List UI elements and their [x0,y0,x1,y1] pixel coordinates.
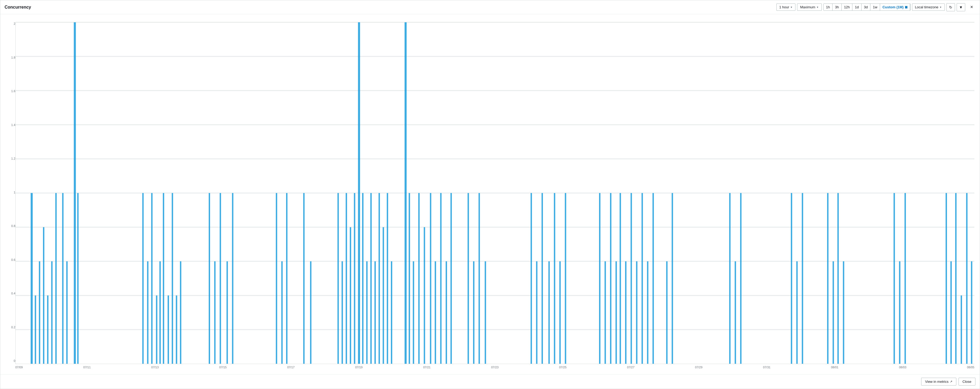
svg-rect-98 [843,261,844,364]
refresh-icon: ↻ [949,5,952,10]
time-range-3h[interactable]: 3h [832,4,842,11]
svg-rect-10 [30,193,33,364]
svg-rect-44 [350,227,351,364]
svg-rect-66 [473,261,474,364]
svg-rect-107 [971,261,972,364]
svg-rect-47 [362,193,363,364]
y-axis: 2 1.8 1.6 1.4 1.2 1 0.8 0.6 0.4 0.2 0 [6,22,15,369]
svg-rect-84 [641,193,643,364]
svg-rect-16 [55,193,57,364]
svg-rect-11 [35,295,36,364]
y-label-0-8: 0.8 [6,225,15,228]
x-label-0709: 07/09 [15,366,23,369]
y-label-1-8: 1.8 [6,56,15,59]
svg-rect-105 [961,295,962,364]
header-controls: 1 hour ▼ Maximum ▼ 1h 3h 12h 1d 3d 1w Cu… [776,3,975,11]
svg-rect-62 [440,193,442,364]
time-range-3d[interactable]: 3d [862,4,870,11]
svg-rect-104 [955,193,957,364]
svg-rect-22 [147,261,148,364]
svg-rect-91 [740,193,741,364]
svg-rect-39 [303,193,305,364]
svg-rect-93 [796,261,798,364]
timezone-dropdown[interactable]: Local timezone ▼ [912,3,945,11]
x-axis: 07/09 07/11 07/13 07/15 07/17 07/19 07/2… [15,364,974,369]
svg-rect-18 [66,261,68,364]
view-in-metrics-button[interactable]: View in metrics ↗ [921,378,956,386]
panel-title: Concurrency [5,5,31,10]
y-label-0: 0 [6,359,15,362]
granularity-dropdown[interactable]: 1 hour ▼ [776,3,796,11]
svg-rect-99 [894,193,895,364]
stat-dropdown[interactable]: Maximum ▼ [797,3,821,11]
x-label-0719: 07/19 [355,366,363,369]
svg-rect-28 [172,193,173,364]
svg-rect-103 [950,261,952,364]
time-range-1h[interactable]: 1h [824,4,832,11]
time-range-1w[interactable]: 1w [870,4,880,11]
svg-rect-25 [159,261,161,364]
y-label-1: 1 [6,191,15,194]
svg-rect-67 [479,193,480,364]
panel-header: Concurrency 1 hour ▼ Maximum ▼ 1h 3h 12h… [0,0,980,14]
timezone-arrow-icon: ▼ [939,6,942,9]
svg-rect-38 [286,193,288,364]
y-label-0-2: 0.2 [6,326,15,329]
svg-rect-72 [548,261,550,364]
x-label-0729: 07/29 [695,366,703,369]
x-label-0715: 07/15 [219,366,227,369]
time-range-12h[interactable]: 12h [842,4,853,11]
svg-rect-90 [735,261,736,364]
svg-rect-87 [666,261,668,364]
svg-rect-15 [51,261,52,364]
close-panel-button[interactable]: × [968,3,975,11]
svg-rect-89 [729,193,730,364]
caret-down-icon: ▼ [959,5,963,10]
svg-rect-40 [310,261,311,364]
concurrency-panel: Concurrency 1 hour ▼ Maximum ▼ 1h 3h 12h… [0,0,980,389]
svg-rect-52 [383,227,384,364]
svg-rect-54 [391,261,392,364]
svg-rect-36 [276,193,277,364]
expand-button[interactable]: ▼ [957,3,965,11]
refresh-button[interactable]: ↻ [947,3,955,11]
svg-rect-23 [151,193,153,364]
close-button[interactable]: Close [959,378,975,386]
panel-footer: View in metrics ↗ Close [0,374,980,389]
svg-rect-57 [413,261,414,364]
time-range-1d[interactable]: 1d [853,4,861,11]
svg-rect-86 [652,193,654,364]
svg-rect-75 [565,193,566,364]
external-link-icon: ↗ [950,380,952,383]
svg-rect-55 [404,22,407,364]
svg-rect-48 [366,261,368,364]
y-label-1-4: 1.4 [6,124,15,126]
svg-rect-32 [214,261,215,364]
svg-rect-81 [625,261,627,364]
calendar-icon: ▦ [905,5,907,9]
svg-rect-35 [232,193,234,364]
time-range-custom[interactable]: Custom (1M) ▦ [880,4,910,11]
svg-rect-19 [74,22,76,364]
svg-rect-74 [559,261,561,364]
x-label-0725: 07/25 [559,366,566,369]
y-label-0-4: 0.4 [6,292,15,295]
granularity-arrow-icon: ▼ [790,6,793,9]
svg-rect-46 [358,22,360,364]
svg-rect-61 [435,261,436,364]
svg-rect-97 [837,193,839,364]
x-label-0721: 07/21 [423,366,431,369]
svg-rect-100 [899,261,900,364]
svg-rect-102 [946,193,947,364]
x-label-0713: 07/13 [151,366,159,369]
svg-rect-92 [791,193,792,364]
svg-rect-63 [445,261,447,364]
svg-rect-13 [43,227,45,364]
chart-svg [16,22,974,364]
svg-rect-73 [554,193,555,364]
close-icon: × [970,4,973,10]
svg-rect-29 [176,295,177,364]
x-label-0805: 08/05 [967,366,974,369]
chart-area: 2 1.8 1.6 1.4 1.2 1 0.8 0.6 0.4 0.2 0 [0,14,980,374]
chart-plot [15,22,974,364]
